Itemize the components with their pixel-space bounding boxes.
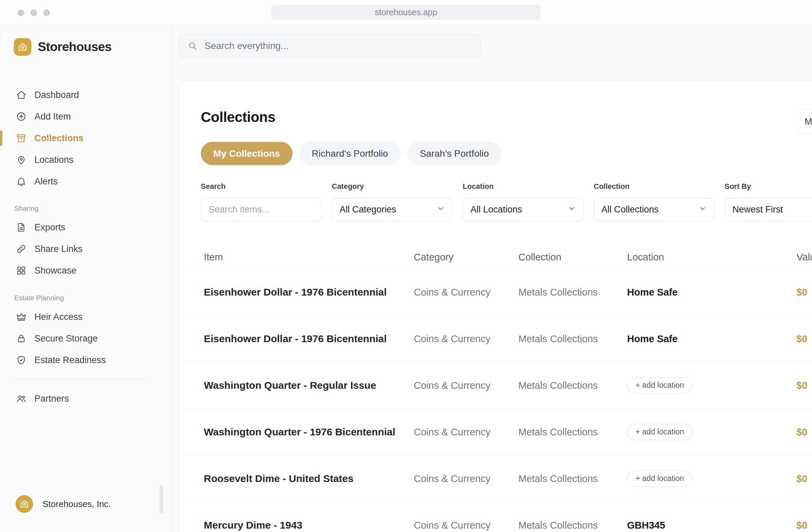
sidebar-item-label: Heir Access — [34, 312, 83, 322]
table-row[interactable]: Eisenhower Dollar - 1976 Bicentennial Co… — [179, 269, 812, 316]
location-select[interactable]: All Locations — [463, 198, 583, 221]
app-name: Storehouses — [38, 40, 112, 54]
filter-search-label: Search — [201, 182, 322, 191]
page-title: Collections — [201, 109, 275, 125]
sidebar-section-estate-planning: Estate Planning — [0, 290, 172, 306]
item-name[interactable]: Eisenhower Dollar - 1976 Bicentennial — [204, 286, 387, 298]
category-select[interactable]: All Categories — [332, 198, 453, 221]
item-name[interactable]: Washington Quarter - Regular Issue — [204, 380, 376, 391]
manage-button[interactable]: M — [797, 109, 812, 134]
filter-location: Location All Locations — [463, 182, 583, 221]
items-table: Item Category Collection Location Value … — [179, 246, 812, 532]
archive-icon — [16, 132, 27, 144]
item-value: $0 — [796, 333, 807, 344]
table-header-row: Item Category Collection Location Value — [179, 246, 812, 269]
collection-select[interactable]: All Collections — [594, 198, 714, 221]
table-row[interactable]: Eisenhower Dollar - 1976 Bicentennial Co… — [179, 316, 812, 362]
chevron-down-icon — [437, 204, 445, 215]
add-location-button[interactable]: + add location — [627, 424, 693, 440]
window-titlebar: storehouses.app — [0, 0, 812, 24]
sidebar-item-alerts[interactable]: Alerts — [0, 171, 172, 192]
sidebar-item-label: Share Links — [34, 244, 83, 254]
sidebar-item-label: Secure Storage — [34, 333, 98, 344]
sidebar-item-label: Partners — [34, 393, 69, 404]
filter-search-field[interactable] — [201, 198, 322, 221]
location-select-value: All Locations — [470, 204, 522, 215]
table-row[interactable]: Washington Quarter - Regular Issue Coins… — [179, 362, 812, 409]
global-search-input[interactable] — [204, 41, 472, 51]
document-icon — [16, 222, 27, 233]
bell-icon — [16, 176, 27, 187]
sidebar-nav: Dashboard Add Item Collections Locations… — [0, 84, 172, 192]
item-category: Coins & Currency — [414, 426, 490, 437]
filter-category-label: Category — [332, 182, 453, 191]
sidebar-item-dashboard[interactable]: Dashboard — [0, 84, 172, 106]
item-value: $0 — [796, 380, 807, 391]
portfolio-tabs: My Collections Richard's Portfolio Sarah… — [201, 142, 501, 165]
filter-location-label: Location — [463, 182, 583, 191]
window-controls[interactable] — [17, 10, 50, 16]
item-name[interactable]: Eisenhower Dollar - 1976 Bicentennial — [204, 333, 387, 345]
sidebar-item-collections[interactable]: Collections — [0, 127, 172, 149]
filter-collection: Collection All Collections — [594, 182, 714, 221]
address-bar[interactable]: storehouses.app — [272, 5, 540, 19]
add-location-button[interactable]: + add location — [627, 377, 693, 393]
shield-check-icon — [16, 354, 27, 366]
sidebar-section-sharing: Sharing — [0, 200, 172, 216]
sidebar-item-locations[interactable]: Locations — [0, 149, 172, 171]
sidebar-item-partners[interactable]: Partners — [0, 388, 172, 409]
table-row[interactable]: Roosevelt Dime - United States Coins & C… — [179, 455, 812, 502]
active-indicator — [0, 130, 2, 146]
sidebar-scrollbar-thumb[interactable] — [160, 485, 163, 513]
sidebar-divider — [15, 379, 147, 379]
column-header-location: Location — [627, 252, 664, 263]
item-name[interactable]: Washington Quarter - 1976 Bicentennial — [204, 426, 395, 438]
global-search[interactable] — [178, 34, 481, 58]
sort-select[interactable]: Newest First — [725, 198, 812, 221]
filter-sort-label: Sort By — [725, 182, 812, 191]
sidebar-item-add-item[interactable]: Add Item — [0, 106, 172, 127]
sidebar-item-label: Exports — [34, 222, 66, 233]
item-location: Home Safe — [627, 333, 678, 344]
column-header-collection: Collection — [518, 252, 561, 263]
category-select-value: All Categories — [339, 204, 396, 215]
sidebar-item-exports[interactable]: Exports — [0, 216, 172, 238]
table-row[interactable]: Mercury Dime - 1943 Coins & Currency Met… — [179, 502, 812, 532]
column-header-category: Category — [414, 252, 453, 263]
search-icon — [188, 41, 198, 51]
sidebar-item-share-links[interactable]: Share Links — [0, 238, 172, 260]
tab-richards-portfolio[interactable]: Richard's Portfolio — [299, 142, 401, 165]
items-search-input[interactable] — [208, 204, 314, 215]
item-name[interactable]: Mercury Dime - 1943 — [204, 519, 302, 531]
users-icon — [16, 393, 27, 404]
lock-icon — [16, 333, 27, 344]
sidebar-item-label: Collections — [34, 133, 84, 143]
item-location: Home Safe — [627, 286, 678, 297]
sidebar-item-showcase[interactable]: Showcase — [0, 260, 172, 281]
sidebar-item-label: Locations — [34, 155, 74, 165]
item-value: $0 — [796, 286, 807, 297]
item-location: GBH345 — [627, 520, 665, 531]
add-location-button[interactable]: + add location — [627, 471, 693, 487]
window-zoom-button[interactable] — [43, 10, 50, 16]
filter-category: Category All Categories — [332, 182, 453, 221]
sidebar-item-estate-readiness[interactable]: Estate Readiness — [0, 349, 172, 371]
item-collection: Metals Collections — [518, 286, 598, 297]
item-value: $0 — [796, 473, 807, 484]
sidebar-item-secure-storage[interactable]: Secure Storage — [0, 328, 172, 349]
plus-circle-icon — [16, 111, 27, 122]
home-icon — [16, 89, 27, 101]
grid-icon — [16, 265, 27, 276]
column-header-item: Item — [204, 252, 223, 263]
sidebar-item-heir-access[interactable]: Heir Access — [0, 306, 172, 328]
tab-sarahs-portfolio[interactable]: Sarah's Portfolio — [407, 142, 502, 165]
item-collection: Metals Collections — [518, 473, 598, 484]
item-category: Coins & Currency — [414, 286, 490, 297]
item-name[interactable]: Roosevelt Dime - United States — [204, 473, 353, 485]
table-row[interactable]: Washington Quarter - 1976 Bicentennial C… — [179, 409, 812, 455]
tab-my-collections[interactable]: My Collections — [201, 142, 293, 165]
window-close-button[interactable] — [17, 10, 24, 16]
window-minimize-button[interactable] — [30, 10, 37, 16]
item-collection: Metals Collections — [518, 333, 598, 344]
storehouses-footer-logo-icon — [16, 495, 33, 513]
